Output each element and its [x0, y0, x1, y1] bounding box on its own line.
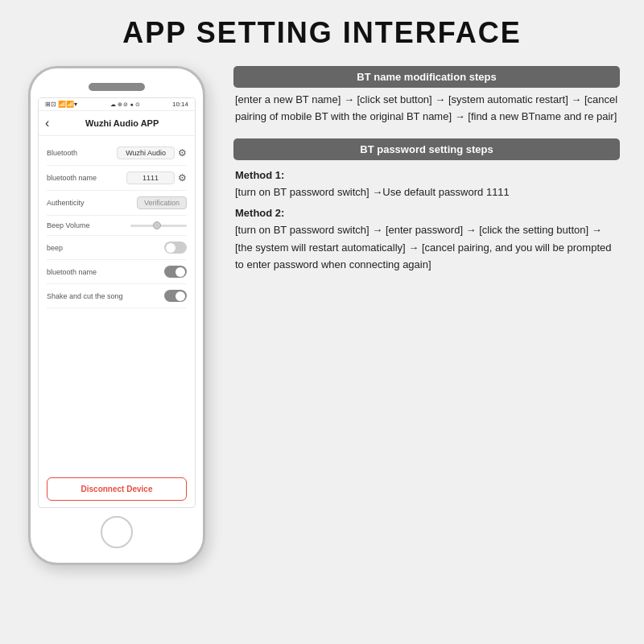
back-arrow-icon[interactable]: ‹	[45, 116, 49, 130]
beepvolume-slider-track[interactable]	[130, 225, 187, 227]
setting-label-bluetooth: Bluetooth	[47, 149, 95, 157]
phone-frame: ⊞⊡ 📶📶▾ ☁ ⊕ ⊘ ● ⊙ 10:14 ‹ Wuzhi Audio APP	[28, 66, 205, 565]
bluetooth-gear-icon[interactable]: ⚙	[178, 147, 187, 159]
setting-row-shake: Shake and cut the song	[47, 284, 187, 308]
setting-row-authenticity: Authenticity Verification	[47, 191, 187, 216]
beep-toggle[interactable]	[164, 242, 187, 254]
btname-value: 1111	[126, 171, 175, 184]
right-panel: BT name modification steps [enter a new …	[233, 66, 620, 277]
setting-value-group-btname: 1111 ⚙	[126, 171, 187, 184]
bluetooth-value: Wuzhi Audio	[117, 147, 175, 159]
setting-row-beepvolume: Beep Volume	[47, 216, 187, 236]
method1-label: Method 1:	[235, 167, 618, 184]
phone-screen: ⊞⊡ 📶📶▾ ☁ ⊕ ⊘ ● ⊙ 10:14 ‹ Wuzhi Audio APP	[38, 97, 196, 508]
app-header: ‹ Wuzhi Audio APP	[39, 111, 195, 136]
disconnect-device-button[interactable]: Disconnect Device	[47, 477, 187, 501]
phone-mockup: ⊞⊡ 📶📶▾ ☁ ⊕ ⊘ ● ⊙ 10:14 ‹ Wuzhi Audio APP	[24, 66, 209, 565]
setting-label-btname: bluetooth name	[47, 174, 97, 182]
setting-label-btname-toggle: bluetooth name	[47, 268, 97, 276]
page-title: APP SETTING INTERFACE	[122, 16, 521, 50]
beep-toggle-circle	[166, 243, 175, 253]
beepvolume-slider-container	[95, 225, 187, 227]
setting-row-bluetooth: Bluetooth Wuzhi Audio ⚙	[47, 141, 187, 166]
phone-notch	[89, 83, 145, 91]
beepvolume-slider-thumb[interactable]	[153, 221, 161, 229]
app-title: Wuzhi Audio APP	[56, 118, 188, 128]
bt-password-body: Method 1: [turn on BT password switch] →…	[233, 160, 620, 277]
status-icons-middle: ☁ ⊕ ⊘ ● ⊙	[110, 101, 140, 108]
bt-name-body: [enter a new BT name] → [click set butto…	[233, 88, 620, 129]
status-time: 10:14	[172, 101, 188, 108]
btname-toggle[interactable]	[164, 266, 187, 278]
content-row: ⊞⊡ 📶📶▾ ☁ ⊕ ⊘ ● ⊙ 10:14 ‹ Wuzhi Audio APP	[24, 66, 620, 565]
setting-label-authenticity: Authenticity	[47, 199, 95, 207]
setting-label-beep: beep	[47, 244, 95, 252]
shake-toggle-circle	[175, 291, 185, 301]
page: APP SETTING INTERFACE ⊞⊡ 📶📶▾ ☁ ⊕ ⊘ ● ⊙ 1…	[0, 0, 644, 644]
btname-toggle-circle	[175, 267, 185, 277]
bt-name-header: BT name modification steps	[233, 66, 620, 88]
status-bar-left: ⊞⊡ 📶📶▾	[45, 101, 77, 108]
btname-gear-icon[interactable]: ⚙	[178, 172, 187, 184]
settings-list: Bluetooth Wuzhi Audio ⚙ bluetooth name 1…	[39, 136, 195, 471]
verification-button[interactable]: Verification	[137, 196, 187, 209]
setting-value-group-bluetooth: Wuzhi Audio ⚙	[117, 147, 187, 159]
setting-row-btname: bluetooth name 1111 ⚙	[47, 166, 187, 191]
method1-body: [turn on BT password switch] →Use defaul…	[235, 186, 510, 198]
setting-label-shake: Shake and cut the song	[47, 292, 123, 300]
status-icons: ☁ ⊕ ⊘ ● ⊙	[110, 101, 140, 108]
bt-password-header: BT password setting steps	[233, 138, 620, 160]
setting-label-beepvolume: Beep Volume	[47, 221, 95, 229]
shake-toggle[interactable]	[164, 290, 187, 302]
status-bar: ⊞⊡ 📶📶▾ ☁ ⊕ ⊘ ● ⊙ 10:14	[39, 98, 195, 111]
phone-home-button[interactable]	[101, 516, 133, 548]
method2-label: Method 2:	[235, 204, 618, 221]
setting-row-btname-toggle: bluetooth name	[47, 260, 187, 284]
bt-name-section: BT name modification steps [enter a new …	[233, 66, 620, 129]
bt-password-section: BT password setting steps Method 1: [tur…	[233, 138, 620, 277]
setting-row-beep: beep	[47, 236, 187, 260]
method2-body: [turn on BT password switch] → [enter pa…	[235, 224, 611, 270]
